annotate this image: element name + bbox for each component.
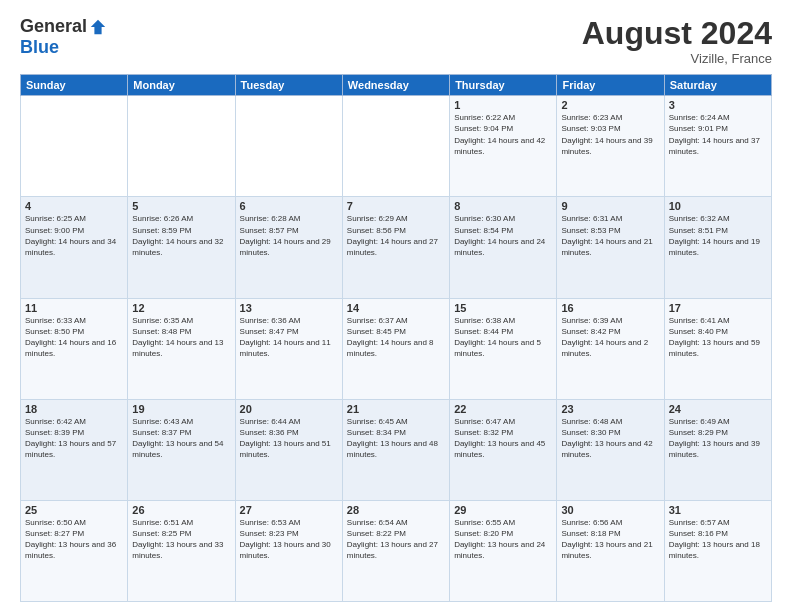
day-info: Sunrise: 6:25 AMSunset: 9:00 PMDaylight:…	[25, 213, 123, 258]
day-number: 17	[669, 302, 767, 314]
table-row: 13Sunrise: 6:36 AMSunset: 8:47 PMDayligh…	[235, 298, 342, 399]
table-row: 18Sunrise: 6:42 AMSunset: 8:39 PMDayligh…	[21, 399, 128, 500]
table-row: 11Sunrise: 6:33 AMSunset: 8:50 PMDayligh…	[21, 298, 128, 399]
day-info: Sunrise: 6:53 AMSunset: 8:23 PMDaylight:…	[240, 517, 338, 562]
day-number: 24	[669, 403, 767, 415]
table-row: 24Sunrise: 6:49 AMSunset: 8:29 PMDayligh…	[664, 399, 771, 500]
header-friday: Friday	[557, 75, 664, 96]
day-info: Sunrise: 6:56 AMSunset: 8:18 PMDaylight:…	[561, 517, 659, 562]
table-row: 8Sunrise: 6:30 AMSunset: 8:54 PMDaylight…	[450, 197, 557, 298]
table-row	[342, 96, 449, 197]
day-info: Sunrise: 6:37 AMSunset: 8:45 PMDaylight:…	[347, 315, 445, 360]
location: Vizille, France	[582, 51, 772, 66]
table-row: 15Sunrise: 6:38 AMSunset: 8:44 PMDayligh…	[450, 298, 557, 399]
week-row-1: 4Sunrise: 6:25 AMSunset: 9:00 PMDaylight…	[21, 197, 772, 298]
page: General Blue August 2024 Vizille, France…	[0, 0, 792, 612]
day-info: Sunrise: 6:47 AMSunset: 8:32 PMDaylight:…	[454, 416, 552, 461]
day-info: Sunrise: 6:38 AMSunset: 8:44 PMDaylight:…	[454, 315, 552, 360]
day-info: Sunrise: 6:29 AMSunset: 8:56 PMDaylight:…	[347, 213, 445, 258]
table-row: 4Sunrise: 6:25 AMSunset: 9:00 PMDaylight…	[21, 197, 128, 298]
table-row: 30Sunrise: 6:56 AMSunset: 8:18 PMDayligh…	[557, 500, 664, 601]
day-number: 30	[561, 504, 659, 516]
table-row: 1Sunrise: 6:22 AMSunset: 9:04 PMDaylight…	[450, 96, 557, 197]
logo-icon	[89, 18, 107, 36]
day-info: Sunrise: 6:26 AMSunset: 8:59 PMDaylight:…	[132, 213, 230, 258]
day-info: Sunrise: 6:32 AMSunset: 8:51 PMDaylight:…	[669, 213, 767, 258]
table-row	[21, 96, 128, 197]
day-number: 1	[454, 99, 552, 111]
table-row: 16Sunrise: 6:39 AMSunset: 8:42 PMDayligh…	[557, 298, 664, 399]
day-info: Sunrise: 6:54 AMSunset: 8:22 PMDaylight:…	[347, 517, 445, 562]
header-sunday: Sunday	[21, 75, 128, 96]
day-number: 6	[240, 200, 338, 212]
table-row: 2Sunrise: 6:23 AMSunset: 9:03 PMDaylight…	[557, 96, 664, 197]
day-number: 29	[454, 504, 552, 516]
day-number: 27	[240, 504, 338, 516]
day-number: 20	[240, 403, 338, 415]
month-title: August 2024	[582, 16, 772, 51]
day-number: 23	[561, 403, 659, 415]
header-thursday: Thursday	[450, 75, 557, 96]
table-row: 31Sunrise: 6:57 AMSunset: 8:16 PMDayligh…	[664, 500, 771, 601]
table-row: 10Sunrise: 6:32 AMSunset: 8:51 PMDayligh…	[664, 197, 771, 298]
day-number: 19	[132, 403, 230, 415]
week-row-4: 25Sunrise: 6:50 AMSunset: 8:27 PMDayligh…	[21, 500, 772, 601]
day-number: 31	[669, 504, 767, 516]
table-row: 21Sunrise: 6:45 AMSunset: 8:34 PMDayligh…	[342, 399, 449, 500]
table-row: 23Sunrise: 6:48 AMSunset: 8:30 PMDayligh…	[557, 399, 664, 500]
day-info: Sunrise: 6:42 AMSunset: 8:39 PMDaylight:…	[25, 416, 123, 461]
day-number: 8	[454, 200, 552, 212]
day-number: 7	[347, 200, 445, 212]
week-row-2: 11Sunrise: 6:33 AMSunset: 8:50 PMDayligh…	[21, 298, 772, 399]
table-row: 17Sunrise: 6:41 AMSunset: 8:40 PMDayligh…	[664, 298, 771, 399]
day-number: 18	[25, 403, 123, 415]
day-number: 9	[561, 200, 659, 212]
day-number: 3	[669, 99, 767, 111]
table-row: 5Sunrise: 6:26 AMSunset: 8:59 PMDaylight…	[128, 197, 235, 298]
day-info: Sunrise: 6:33 AMSunset: 8:50 PMDaylight:…	[25, 315, 123, 360]
day-info: Sunrise: 6:31 AMSunset: 8:53 PMDaylight:…	[561, 213, 659, 258]
day-info: Sunrise: 6:36 AMSunset: 8:47 PMDaylight:…	[240, 315, 338, 360]
day-info: Sunrise: 6:51 AMSunset: 8:25 PMDaylight:…	[132, 517, 230, 562]
day-info: Sunrise: 6:49 AMSunset: 8:29 PMDaylight:…	[669, 416, 767, 461]
table-row	[235, 96, 342, 197]
day-info: Sunrise: 6:23 AMSunset: 9:03 PMDaylight:…	[561, 112, 659, 157]
day-info: Sunrise: 6:50 AMSunset: 8:27 PMDaylight:…	[25, 517, 123, 562]
table-row: 6Sunrise: 6:28 AMSunset: 8:57 PMDaylight…	[235, 197, 342, 298]
day-info: Sunrise: 6:55 AMSunset: 8:20 PMDaylight:…	[454, 517, 552, 562]
table-row: 26Sunrise: 6:51 AMSunset: 8:25 PMDayligh…	[128, 500, 235, 601]
day-number: 10	[669, 200, 767, 212]
week-row-0: 1Sunrise: 6:22 AMSunset: 9:04 PMDaylight…	[21, 96, 772, 197]
header: General Blue August 2024 Vizille, France	[20, 16, 772, 66]
day-info: Sunrise: 6:44 AMSunset: 8:36 PMDaylight:…	[240, 416, 338, 461]
header-monday: Monday	[128, 75, 235, 96]
header-saturday: Saturday	[664, 75, 771, 96]
day-number: 28	[347, 504, 445, 516]
day-number: 16	[561, 302, 659, 314]
logo: General Blue	[20, 16, 107, 58]
day-info: Sunrise: 6:43 AMSunset: 8:37 PMDaylight:…	[132, 416, 230, 461]
table-row	[128, 96, 235, 197]
logo-blue-text: Blue	[20, 37, 59, 58]
day-info: Sunrise: 6:24 AMSunset: 9:01 PMDaylight:…	[669, 112, 767, 157]
calendar-header: Sunday Monday Tuesday Wednesday Thursday…	[21, 75, 772, 96]
table-row: 3Sunrise: 6:24 AMSunset: 9:01 PMDaylight…	[664, 96, 771, 197]
day-info: Sunrise: 6:39 AMSunset: 8:42 PMDaylight:…	[561, 315, 659, 360]
svg-marker-0	[91, 19, 105, 33]
table-row: 19Sunrise: 6:43 AMSunset: 8:37 PMDayligh…	[128, 399, 235, 500]
table-row: 9Sunrise: 6:31 AMSunset: 8:53 PMDaylight…	[557, 197, 664, 298]
day-info: Sunrise: 6:45 AMSunset: 8:34 PMDaylight:…	[347, 416, 445, 461]
day-number: 2	[561, 99, 659, 111]
day-number: 11	[25, 302, 123, 314]
header-tuesday: Tuesday	[235, 75, 342, 96]
day-number: 22	[454, 403, 552, 415]
day-info: Sunrise: 6:28 AMSunset: 8:57 PMDaylight:…	[240, 213, 338, 258]
table-row: 7Sunrise: 6:29 AMSunset: 8:56 PMDaylight…	[342, 197, 449, 298]
day-number: 13	[240, 302, 338, 314]
day-number: 25	[25, 504, 123, 516]
calendar: Sunday Monday Tuesday Wednesday Thursday…	[20, 74, 772, 602]
day-number: 21	[347, 403, 445, 415]
table-row: 27Sunrise: 6:53 AMSunset: 8:23 PMDayligh…	[235, 500, 342, 601]
logo-general-text: General	[20, 16, 87, 37]
header-right: August 2024 Vizille, France	[582, 16, 772, 66]
